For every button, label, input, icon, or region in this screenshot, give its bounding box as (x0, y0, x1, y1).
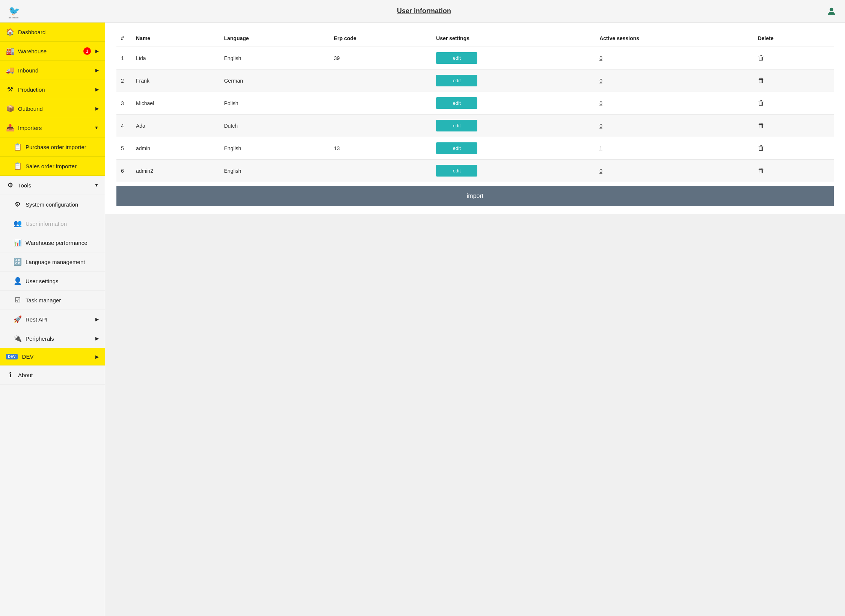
col-settings: User settings (432, 30, 595, 47)
svg-point-2 (830, 8, 833, 11)
table-row: 1LidaEnglish39edit0🗑 (116, 47, 834, 69)
import-button[interactable]: import (116, 186, 834, 206)
sidebar-item-production[interactable]: ⚒ Production ▶ (0, 80, 105, 99)
sidebar-item-label: User settings (26, 278, 59, 284)
cell-sessions: 0 (595, 47, 753, 69)
cell-settings: edit (432, 69, 595, 92)
table-row: 5adminEnglish13edit1🗑 (116, 137, 834, 160)
cell-delete: 🗑 (753, 137, 834, 160)
sessions-link[interactable]: 0 (599, 78, 602, 84)
arrow-icon: ▼ (94, 125, 99, 130)
layout: 🏠 Dashboard 🏭 Warehouse 1 ▶ 🚚 Inbound ▶ … (0, 23, 845, 616)
delete-button[interactable]: 🗑 (758, 77, 765, 84)
delete-button[interactable]: 🗑 (758, 99, 765, 107)
sidebar-item-rest-api[interactable]: 🚀 Rest API ▶ (0, 310, 105, 329)
cell-language: English (219, 160, 329, 182)
delete-button[interactable]: 🗑 (758, 54, 765, 62)
sidebar-item-language-management[interactable]: 🔠 Language management (0, 252, 105, 272)
about-icon: ℹ (6, 371, 14, 379)
edit-button[interactable]: edit (436, 142, 477, 154)
sidebar-item-dev[interactable]: DEV DEV ▶ (0, 348, 105, 365)
sidebar-item-label: Importers (18, 125, 42, 131)
content-area: # Name Language Erp code User settings A… (105, 23, 845, 214)
sidebar-item-warehouse[interactable]: 🏭 Warehouse 1 ▶ (0, 42, 105, 61)
edit-button[interactable]: edit (436, 52, 477, 64)
sessions-link[interactable]: 1 (599, 145, 602, 151)
cell-language: English (219, 137, 329, 160)
delete-button[interactable]: 🗑 (758, 122, 765, 129)
arrow-icon: ▶ (95, 317, 99, 322)
arrow-icon: ▶ (95, 354, 99, 359)
cell-language: Polish (219, 92, 329, 115)
cell-settings: edit (432, 47, 595, 69)
cell-delete: 🗑 (753, 160, 834, 182)
cell-name: Lida (131, 47, 219, 69)
cell-settings: edit (432, 115, 595, 137)
user-icon[interactable] (825, 5, 837, 17)
system-config-icon: ⚙ (14, 200, 22, 208)
importers-icon: 📥 (6, 124, 14, 132)
sessions-link[interactable]: 0 (599, 100, 602, 106)
sessions-link[interactable]: 0 (599, 55, 602, 61)
cell-num: 3 (116, 92, 131, 115)
col-erp: Erp code (329, 30, 432, 47)
edit-button[interactable]: edit (436, 75, 477, 86)
cell-delete: 🗑 (753, 92, 834, 115)
cell-num: 4 (116, 115, 131, 137)
cell-name: Frank (131, 69, 219, 92)
main-content: # Name Language Erp code User settings A… (105, 23, 845, 616)
sidebar-item-sales-order-importer[interactable]: 📋 Sales order importer (0, 157, 105, 176)
sidebar-item-label: DEV (22, 353, 34, 360)
warehouse-perf-icon: 📊 (14, 239, 22, 247)
table-row: 3MichaelPolishedit0🗑 (116, 92, 834, 115)
sidebar-item-label: Inbound (18, 67, 38, 74)
cell-num: 2 (116, 69, 131, 92)
sidebar-item-purchase-order-importer[interactable]: 📋 Purchase order importer (0, 137, 105, 157)
arrow-icon: ▶ (95, 106, 99, 111)
edit-button[interactable]: edit (436, 165, 477, 177)
cell-sessions: 0 (595, 92, 753, 115)
user-info-icon: 👥 (14, 219, 22, 228)
col-language: Language (219, 30, 329, 47)
cell-name: admin (131, 137, 219, 160)
sidebar-item-user-settings[interactable]: 👤 User settings (0, 272, 105, 291)
cell-num: 5 (116, 137, 131, 160)
sidebar-item-label: Dashboard (18, 29, 45, 35)
logo: 🐦 be efficient (8, 4, 23, 19)
delete-button[interactable]: 🗑 (758, 167, 765, 174)
sidebar-item-importers[interactable]: 📥 Importers ▼ (0, 118, 105, 137)
purchase-order-icon: 📋 (14, 143, 22, 151)
cell-erp: 13 (329, 137, 432, 160)
cell-language: German (219, 69, 329, 92)
cell-sessions: 0 (595, 69, 753, 92)
sidebar-item-task-manager[interactable]: ☑ Task manager (0, 291, 105, 310)
table-header-row: # Name Language Erp code User settings A… (116, 30, 834, 47)
logo-icon: 🐦 be efficient (8, 4, 23, 19)
edit-button[interactable]: edit (436, 97, 477, 109)
sidebar-item-outbound[interactable]: 📦 Outbound ▶ (0, 99, 105, 118)
sidebar-item-warehouse-performance[interactable]: 📊 Warehouse performance (0, 233, 105, 252)
api-icon: 🚀 (14, 315, 22, 323)
cell-erp (329, 92, 432, 115)
sidebar-item-about[interactable]: ℹ About (0, 365, 105, 385)
arrow-icon: ▶ (95, 68, 99, 73)
sessions-link[interactable]: 0 (599, 168, 602, 174)
sidebar-item-inbound[interactable]: 🚚 Inbound ▶ (0, 61, 105, 80)
sidebar-item-dashboard[interactable]: 🏠 Dashboard (0, 23, 105, 42)
sidebar-item-label: Outbound (18, 106, 43, 112)
delete-button[interactable]: 🗑 (758, 144, 765, 152)
sidebar-item-label: Rest API (26, 316, 47, 323)
sidebar-item-system-configuration[interactable]: ⚙ System configuration (0, 195, 105, 214)
cell-sessions: 0 (595, 160, 753, 182)
sidebar-item-tools[interactable]: ⚙ Tools ▼ (0, 176, 105, 195)
task-icon: ☑ (14, 296, 22, 304)
sidebar-item-label: Warehouse (18, 48, 47, 54)
sessions-link[interactable]: 0 (599, 123, 602, 129)
sidebar-item-peripherals[interactable]: 🔌 Peripherals ▶ (0, 329, 105, 348)
col-delete: Delete (753, 30, 834, 47)
edit-button[interactable]: edit (436, 120, 477, 131)
cell-delete: 🗑 (753, 69, 834, 92)
cell-sessions: 0 (595, 115, 753, 137)
cell-erp (329, 115, 432, 137)
sidebar-item-user-information[interactable]: 👥 User information (0, 214, 105, 233)
